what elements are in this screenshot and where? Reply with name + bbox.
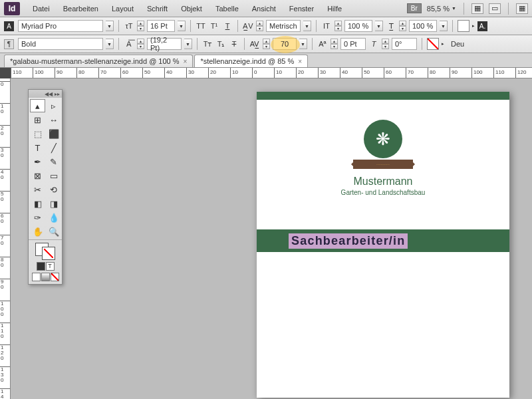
menu-schrift[interactable]: Schrift [141,3,174,15]
char-style-icon[interactable]: A. [477,21,487,31]
fill-stroke-swatch[interactable] [35,243,55,260]
vscale-field[interactable]: 100 % [344,20,372,32]
rect-tool-icon[interactable]: ▭ [46,169,61,182]
content-collector-icon[interactable]: ⬚ [30,127,45,140]
text-selection[interactable]: Sachbearbeiter/in [289,233,408,249]
char-format-icon[interactable]: A [4,21,14,31]
expand-icon[interactable]: ▸ [442,41,444,47]
panel-header[interactable]: ◀◀▸▸ [29,90,62,98]
menu-datei[interactable]: Datei [27,3,56,15]
arrange-icon[interactable]: ▦ [516,3,528,14]
document-page[interactable]: ❋ ············ Mustermann Garten- und La… [257,92,509,398]
stroke-icon[interactable] [42,247,55,260]
gradient-feather-icon[interactable]: ◨ [46,197,61,210]
ruler-tick: 30 [318,68,326,78]
baseline-field[interactable]: 0 Pt [340,38,366,50]
menu-objekt[interactable]: Objekt [175,3,208,15]
kerning-field[interactable]: Metrisch [266,20,301,32]
menu-hilfe[interactable]: Hilfe [321,3,348,15]
vscale-stepper[interactable]: ▴▾ [334,21,342,31]
selection-tool-icon[interactable]: ▴ [30,99,45,112]
ruler-tick: 40 [340,68,348,78]
tracking-field[interactable]: 70 [273,38,297,50]
stroke-swatch[interactable] [427,38,439,50]
superscript-icon[interactable]: T¹ [209,21,219,31]
menu-ansicht[interactable]: Ansicht [246,3,282,15]
dropdown-icon[interactable]: ▼ [440,21,448,31]
tracking-stepper[interactable]: ▴▾ [263,39,270,49]
dropdown-icon[interactable]: ▼ [184,39,192,49]
gap-tool-icon[interactable]: ↔ [46,113,61,126]
apply-gradient-icon[interactable] [41,273,50,281]
font-size-icon: τT [124,21,134,31]
menu-bearbeiten[interactable]: Bearbeiten [57,3,104,15]
zoom-level[interactable]: 85,5 %▼ [427,5,456,13]
type-tool-icon[interactable]: T [30,141,45,154]
menu-tabelle[interactable]: Tabelle [209,3,245,15]
line-tool-icon[interactable]: ╱ [46,141,61,154]
dropdown-icon[interactable]: ▼ [106,39,114,49]
dropdown-icon[interactable]: ▼ [299,39,307,49]
content-placer-icon[interactable]: ⬛ [46,127,61,140]
canvas[interactable]: ◀◀▸▸ ▴ ▹ ⊞ ↔ ⬚ ⬛ T ╱ ✒ ✎ ⊠ ▭ ✂ ⟲ ◧ ◨ ✑ 💧 [11,78,532,399]
close-icon[interactable]: × [184,58,188,65]
direct-select-tool-icon[interactable]: ▹ [46,99,61,112]
screen-mode-icon[interactable]: ▭ [489,3,501,14]
hscale-field[interactable]: 100 % [409,20,437,32]
para-format-icon[interactable]: ¶ [4,39,14,49]
tab-doc1[interactable]: *galabau-mustermann-stellenanzeige.indd … [4,55,193,67]
ruler-tick: 80 [428,68,436,78]
dropdown-icon[interactable]: ▼ [375,21,383,31]
fill-swatch[interactable] [458,20,469,32]
apply-color-icon[interactable] [32,273,41,281]
zoom-tool-icon[interactable]: 🔍 [46,225,61,238]
apply-none-icon[interactable] [51,273,59,281]
leading-stepper[interactable]: ▴▾ [137,39,144,49]
font-weight-field[interactable]: Bold [18,38,103,50]
size-stepper[interactable]: ▴▾ [137,21,144,31]
bridge-button[interactable]: Br [407,3,422,13]
pen-tool-icon[interactable]: ✒ [30,155,45,168]
dropdown-icon[interactable]: ▼ [303,21,311,31]
smallcaps-icon[interactable]: Tᴛ [202,39,213,49]
font-family-field[interactable]: Myriad Pro [18,20,103,32]
ruler-tick: 50 [362,68,370,78]
pencil-tool-icon[interactable]: ✎ [46,155,61,168]
underline-icon[interactable]: T [222,21,233,31]
hand-tool-icon[interactable]: ✋ [30,225,45,238]
eyedropper-tool-icon[interactable]: 💧 [46,211,61,224]
skew-field[interactable]: 0° [392,38,417,50]
dropdown-icon[interactable]: ▼ [178,21,186,31]
menu-fenster[interactable]: Fenster [283,3,320,15]
skew-stepper[interactable]: ▴▾ [382,39,389,49]
dropdown-icon[interactable]: ▼ [106,21,114,31]
leading-field[interactable]: (19,2 Pt) [147,38,182,50]
view-options-icon[interactable]: ▦ [471,3,483,14]
kerning-stepper[interactable]: ▴▾ [256,21,263,31]
strike-icon[interactable]: T [229,39,239,49]
font-size-field[interactable]: 16 Pt [147,20,175,32]
hscale-icon: T̲ [386,21,396,31]
gradient-swatch-icon[interactable]: ◧ [30,197,45,210]
ruler-tick: 50 [0,191,11,202]
expand-icon[interactable]: ▸ [472,23,475,29]
vscale-value: 100 % [348,22,368,30]
skew-icon: T [368,39,379,49]
format-container-icon[interactable] [37,262,45,271]
format-text-icon[interactable]: T [46,262,55,271]
scissors-tool-icon[interactable]: ✂ [30,183,45,196]
note-tool-icon[interactable]: ✑ [30,211,45,224]
page-tool-icon[interactable]: ⊞ [30,113,45,126]
subscript-icon[interactable]: T₁ [215,39,226,49]
ruler-tick: 10 [274,68,282,78]
menu-layout[interactable]: Layout [106,3,140,15]
ruler-tick: 60 [384,68,392,78]
hscale-stepper[interactable]: ▴▾ [399,21,406,31]
allcaps-icon[interactable]: TT [196,21,206,31]
rect-frame-tool-icon[interactable]: ⊠ [30,169,45,182]
transform-tool-icon[interactable]: ⟲ [46,183,61,196]
tab-doc2[interactable]: *stellenanzeige.indd @ 85 %× [194,55,308,67]
baseline-stepper[interactable]: ▴▾ [331,39,338,49]
close-icon[interactable]: × [298,58,302,65]
headline-box[interactable]: Sachbearbeiter/in [257,229,509,252]
